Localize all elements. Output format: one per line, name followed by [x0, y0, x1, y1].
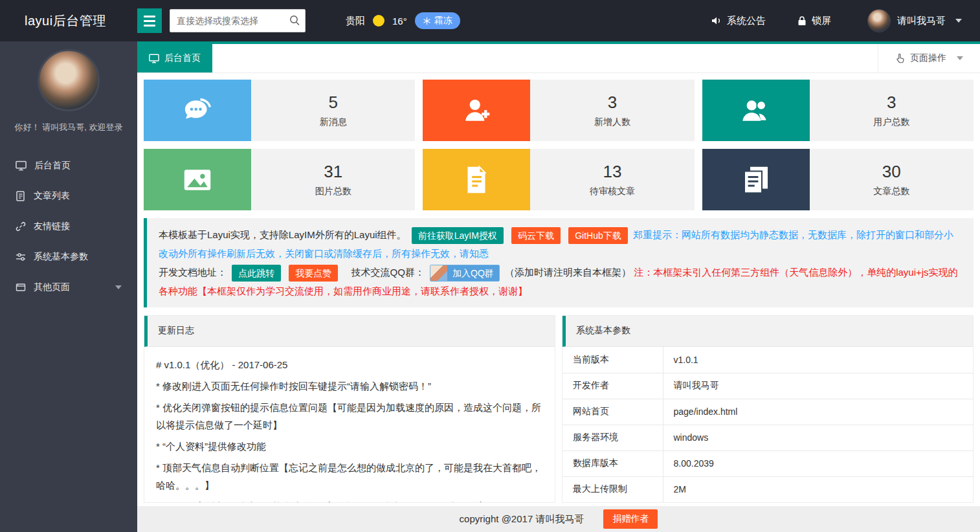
lock-icon: [797, 16, 807, 27]
stat-card-total-users[interactable]: 3 用户总数: [702, 80, 974, 141]
sidebar-menu: 后台首页 文章列表 友情链接 系统基本参数 其他页面: [0, 150, 137, 302]
frost-icon: [423, 17, 431, 25]
changelog-line: * “个人资料”提供修改功能: [156, 438, 543, 455]
stat-card-total-articles[interactable]: 30 文章总数: [702, 149, 974, 210]
docs-jump-button[interactable]: 点此跳转: [232, 265, 281, 282]
join-qq-group-button[interactable]: 加入QQ群: [430, 265, 500, 282]
sidebar: 你好！ 请叫我马哥, 欢迎登录 后台首页 文章列表 友情链接 系统基本参数 其他…: [0, 41, 137, 532]
weather-condition-badge[interactable]: 霜冻: [415, 12, 460, 29]
table-row: 当前版本v1.0.1: [562, 347, 973, 373]
stat-label: 图片总数: [315, 186, 351, 197]
settings-icon: [16, 252, 26, 262]
header-right: 系统公告 锁屏 请叫我马哥: [680, 9, 980, 32]
gitee-download-button[interactable]: 码云下载: [511, 227, 561, 244]
article-icon: [16, 191, 26, 201]
app-title: layui后台管理: [0, 12, 137, 30]
table-row: 数据库版本8.00.2039: [562, 450, 973, 476]
top-header: layui后台管理 贵阳 16° 霜冻 系统公告 锁屏 请叫我马哥: [0, 0, 980, 41]
image-icon: [180, 162, 215, 197]
sidebar-item-home[interactable]: 后台首页: [0, 150, 137, 181]
table-row: 最大上传限制2M: [562, 476, 973, 502]
stat-value: 3: [608, 93, 617, 113]
stat-card-new-users[interactable]: 3 新增人数: [423, 80, 694, 141]
changelog-line: # v1.0.1（优化） - 2017-06-25: [156, 356, 543, 373]
qq-avatar-icon: [430, 265, 447, 281]
stat-card-new-messages[interactable]: 5 新消息: [144, 80, 415, 141]
weather-widget: 贵阳 16° 霜冻: [346, 12, 460, 29]
users-icon: [739, 93, 774, 128]
table-row: 服务器环境windows: [562, 425, 973, 450]
username: 请叫我马哥: [897, 15, 946, 27]
sidebar-greeting: 你好！ 请叫我马哥, 欢迎登录: [0, 122, 137, 133]
changelog-line: * 修改刚进入页面无任何操作时按回车键提示“请输入解锁密码！”: [156, 377, 543, 395]
pages-icon: [16, 282, 26, 293]
changelog-title: 更新日志: [144, 316, 555, 347]
github-download-button[interactable]: GitHub下载: [568, 227, 628, 244]
sysparams-table: 当前版本v1.0.1 开发作者请叫我马哥 网站首页page/index.html…: [562, 347, 973, 503]
copyright-text: copyright @2017 请叫我马哥: [460, 513, 585, 526]
table-row: 网站首页page/index.html: [562, 399, 973, 425]
changelog-line: * 优化关闭弹窗按钮的提示信息位置问题【可能是因为加载速度的原因，造成这个问题，…: [156, 399, 543, 434]
tab-bar: 后台首页 页面操作: [137, 44, 980, 73]
qq-note: （添加时请注明来自本框架）: [505, 267, 631, 278]
weather-temperature: 16°: [392, 16, 407, 27]
stat-value: 31: [324, 162, 342, 182]
stat-label: 文章总数: [873, 186, 909, 197]
sysparams-panel: 系统基本参数 当前版本v1.0.1 开发作者请叫我马哥 网站首页page/ind…: [562, 315, 974, 503]
changelog-line: * 顶部天气信息自动判断位置【忘记之前是怎么想的做成北京的了，可能是我在大首都吧…: [156, 459, 543, 494]
stat-value: 13: [603, 162, 622, 182]
search-input[interactable]: [170, 9, 306, 32]
dashboard: 5 新消息 3 新增人数: [137, 73, 980, 506]
documents-icon: [739, 162, 774, 197]
stat-value: 3: [887, 93, 896, 113]
document-icon: [459, 162, 494, 197]
page-footer: copyright @2017 请叫我马哥 捐赠作者: [137, 506, 980, 532]
changelog-line: * 优化“用户列表”无法查询到新添加的用户【竟然是因为我把key值写错了，该死。…: [156, 498, 543, 503]
sidebar-item-links[interactable]: 友情链接: [0, 211, 137, 241]
lock-screen-button[interactable]: 锁屏: [797, 15, 831, 27]
sun-icon: [373, 15, 384, 27]
stat-label: 新增人数: [594, 116, 630, 128]
user-menu[interactable]: 请叫我马哥: [897, 15, 962, 27]
stat-label: 用户总数: [873, 116, 909, 128]
user-avatar[interactable]: [867, 9, 891, 32]
stat-card-pending-articles[interactable]: 13 待审核文章: [423, 149, 694, 210]
stat-value: 5: [328, 93, 337, 113]
sidebar-item-other-pages[interactable]: 其他页面: [0, 272, 137, 302]
weather-city: 贵阳: [346, 15, 365, 27]
chat-icon: [180, 93, 215, 128]
chevron-down-icon: [957, 56, 963, 60]
table-row: 开发作者请叫我马哥: [562, 373, 973, 399]
stat-value: 30: [882, 162, 901, 182]
donate-button[interactable]: 捐赠作者: [603, 509, 658, 529]
speaker-icon: [711, 15, 722, 27]
chevron-down-icon: [115, 285, 122, 289]
menu-toggle-button[interactable]: [137, 8, 162, 33]
stat-label: 待审核文章: [590, 186, 635, 197]
tab-home[interactable]: 后台首页: [137, 44, 212, 72]
changelog-body: # v1.0.1（优化） - 2017-06-25 * 修改刚进入页面无任何操作…: [144, 347, 555, 503]
system-announcement-button[interactable]: 系统公告: [711, 15, 766, 27]
sysparams-title: 系统基本参数: [562, 316, 973, 347]
docs-label: 开发文档地址：: [159, 267, 227, 278]
layim-auth-button[interactable]: 前往获取LayIM授权: [412, 227, 504, 244]
page-actions-dropdown[interactable]: 页面操作: [878, 44, 980, 72]
changelog-panel: 更新日志 # v1.0.1（优化） - 2017-06-25 * 修改刚进入页面…: [144, 315, 555, 503]
monitor-icon: [149, 54, 159, 63]
stat-card-total-images[interactable]: 31 图片总数: [144, 149, 415, 210]
link-icon: [16, 221, 26, 232]
sidebar-avatar[interactable]: [38, 49, 100, 111]
chevron-down-icon: [955, 19, 962, 23]
hand-pointer-icon: [895, 53, 905, 63]
stat-label: 新消息: [320, 116, 347, 128]
notice-text: 本模板基于Layui实现，支持除LayIM外所有的Layui组件。: [159, 229, 406, 240]
like-button[interactable]: 我要点赞: [289, 265, 338, 282]
sidebar-item-articles[interactable]: 文章列表: [0, 181, 137, 211]
notice-block: 本模板基于Layui实现，支持除LayIM外所有的Layui组件。 前往获取La…: [144, 218, 974, 307]
quick-search: [170, 9, 306, 32]
monitor-icon: [16, 161, 27, 171]
sidebar-item-sysparams[interactable]: 系统基本参数: [0, 241, 137, 272]
user-add-icon: [459, 93, 494, 128]
search-icon[interactable]: [289, 14, 300, 28]
hamburger-icon: [144, 16, 155, 17]
